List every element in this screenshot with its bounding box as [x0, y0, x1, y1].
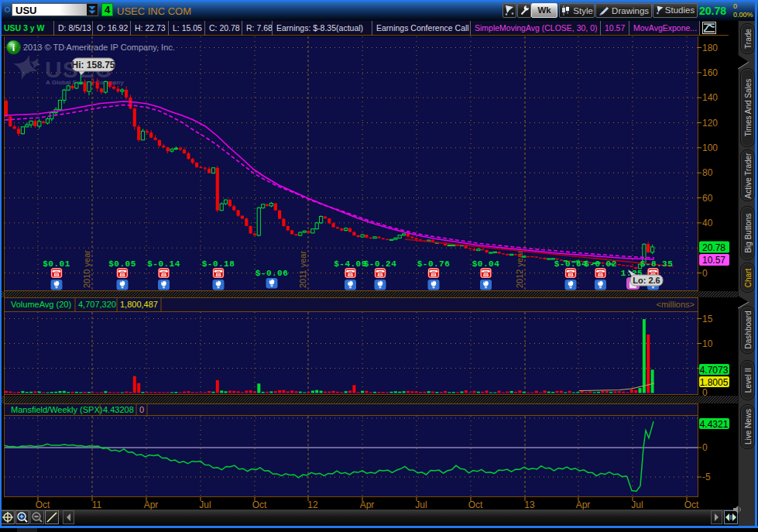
svg-text:<millions>: <millions>	[656, 300, 695, 309]
svg-text:10.57: 10.57	[702, 255, 725, 266]
svg-text:$-0.18: $-0.18	[202, 259, 235, 269]
svg-text:-5: -5	[702, 472, 711, 482]
svg-text:$-0.64: $-0.64	[554, 259, 588, 269]
svg-text:Apr: Apr	[360, 499, 375, 510]
svg-text:Mansfield/Weekly (SPX): Mansfield/Weekly (SPX)	[11, 405, 102, 414]
svg-text:1.8005: 1.8005	[700, 377, 729, 388]
svg-text:2013 © TD Ameritrade IP Compan: 2013 © TD Ameritrade IP Company, Inc.	[23, 43, 175, 52]
svg-text:Apr: Apr	[576, 499, 591, 510]
svg-text:4.4321: 4.4321	[700, 419, 729, 430]
svg-text:VolumeAvg (20): VolumeAvg (20)	[11, 300, 71, 309]
svg-text:$-8.35: $-8.35	[640, 259, 674, 269]
svg-text:160: 160	[702, 67, 718, 78]
svg-text:Jul: Jul	[415, 499, 427, 510]
svg-text:15: 15	[702, 314, 713, 324]
svg-text:12: 12	[307, 499, 318, 510]
svg-text:180: 180	[702, 43, 718, 53]
svg-text:0: 0	[702, 268, 708, 279]
svg-text:1,800,487: 1,800,487	[120, 300, 158, 309]
svg-text:4.43208: 4.43208	[103, 405, 134, 414]
svg-text:$-0.14: $-0.14	[147, 259, 180, 269]
svg-text:Lo: 2.6: Lo: 2.6	[633, 276, 660, 285]
svg-text:Hi: 158.75: Hi: 158.75	[71, 60, 115, 70]
svg-text:$0.04: $0.04	[472, 259, 500, 269]
svg-text:Oct: Oct	[684, 499, 699, 510]
svg-text:0: 0	[139, 405, 144, 414]
svg-text:140: 140	[702, 92, 718, 103]
svg-text:2010 year: 2010 year	[82, 250, 91, 288]
svg-text:60: 60	[702, 193, 713, 204]
svg-text:100: 100	[702, 142, 718, 153]
svg-text:20.78: 20.78	[702, 242, 725, 253]
svg-text:120: 120	[702, 118, 718, 129]
svg-text:$-0.24: $-0.24	[364, 259, 397, 269]
svg-text:Oct: Oct	[36, 499, 50, 510]
svg-text:Apr: Apr	[144, 499, 159, 510]
svg-text:2011 year: 2011 year	[298, 251, 307, 288]
svg-text:4.7073: 4.7073	[700, 365, 729, 376]
svg-text:$-0.06: $-0.06	[256, 269, 289, 278]
svg-text:Jul: Jul	[631, 499, 643, 510]
svg-text:$-0.76: $-0.76	[417, 259, 451, 269]
svg-text:40: 40	[702, 218, 713, 228]
svg-text:0: 0	[702, 442, 708, 453]
svg-text:$-4.09: $-4.09	[334, 259, 367, 269]
svg-text:Oct: Oct	[468, 499, 483, 510]
svg-text:10: 10	[702, 338, 713, 349]
svg-text:13: 13	[524, 499, 535, 510]
svg-text:80: 80	[702, 167, 713, 178]
svg-text:11: 11	[92, 499, 102, 510]
svg-text:4,707,320: 4,707,320	[78, 300, 116, 309]
svg-text:$0.01: $0.01	[43, 259, 70, 269]
svg-text:$0.05: $0.05	[108, 259, 136, 269]
svg-text:Jul: Jul	[199, 499, 211, 510]
svg-text:Oct: Oct	[252, 499, 267, 510]
svg-text:0: 0	[702, 387, 708, 398]
svg-text:$-0.02: $-0.02	[584, 259, 617, 269]
